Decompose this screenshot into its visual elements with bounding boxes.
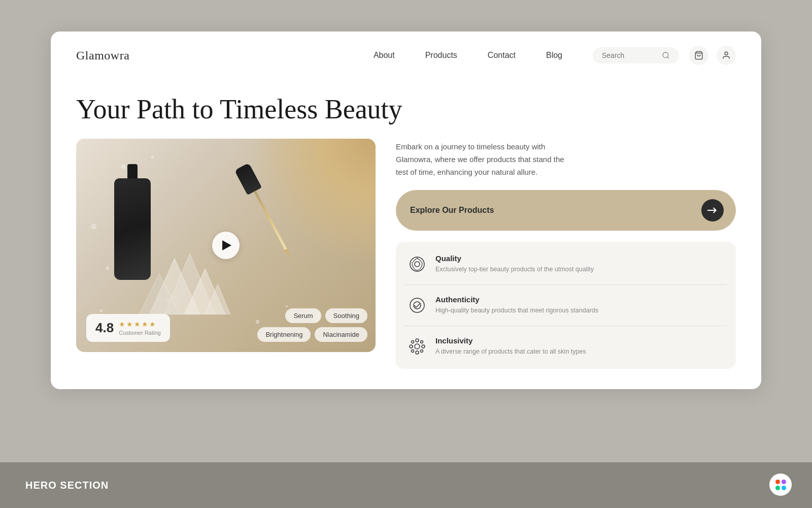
hero-description: Embark on a journey to timeless beauty w… xyxy=(396,141,568,178)
nav-link-contact[interactable]: Contact xyxy=(488,51,516,60)
user-icon xyxy=(722,51,731,60)
navbar: Glamowra About Products Contact Blog xyxy=(51,31,761,79)
nav-link-blog[interactable]: Blog xyxy=(546,51,562,60)
tag-row-1: Serum Soothing xyxy=(285,308,367,323)
svg-point-18 xyxy=(422,345,425,348)
svg-point-3 xyxy=(725,52,728,55)
stars-row: ★ ★ ★ ★ ★ xyxy=(119,320,161,329)
nav-link-about[interactable]: About xyxy=(374,51,395,60)
play-icon xyxy=(222,240,231,250)
tag-soothing[interactable]: Soothing xyxy=(325,308,367,323)
features-card: Quality Exclusively top-tier beauty prod… xyxy=(396,242,736,369)
tag-pills-group: Serum Soothing Brightnening Niacinamide xyxy=(257,308,367,342)
nav-icon-group xyxy=(689,46,736,65)
tag-brightening[interactable]: Brightnening xyxy=(257,327,311,342)
quality-title: Quality xyxy=(435,254,594,263)
quality-desc: Exclusively top-tier beauty products of … xyxy=(435,265,594,274)
bottom-bar: HERO SECTION xyxy=(0,462,812,508)
quality-icon xyxy=(407,254,427,274)
rating-label: Customer Rating xyxy=(119,330,161,336)
figma-dot-green xyxy=(775,486,780,490)
cart-button[interactable] xyxy=(689,46,708,65)
feature-authenticity: Authenticity High-quality beauty product… xyxy=(407,295,725,315)
star-5: ★ xyxy=(149,320,156,329)
figma-dot-red xyxy=(775,480,780,484)
tag-row-2: Brightnening Niacinamide xyxy=(257,327,367,342)
inclusivity-desc: A diverse range of products that cater t… xyxy=(435,347,586,357)
hero-title: Your Path to Timeless Beauty xyxy=(76,94,736,124)
arrow-icon xyxy=(701,199,724,221)
svg-point-12 xyxy=(410,298,424,312)
svg-point-22 xyxy=(421,350,423,352)
svg-point-16 xyxy=(416,351,419,354)
brand-logo: Glamowra xyxy=(76,49,129,62)
rating-number: 4.8 xyxy=(95,320,114,336)
star-2: ★ xyxy=(126,320,133,329)
inclusivity-icon xyxy=(407,336,427,357)
play-button[interactable] xyxy=(212,232,240,259)
svg-point-19 xyxy=(412,340,414,343)
svg-point-13 xyxy=(414,302,421,309)
star-4: ★ xyxy=(142,320,148,329)
divider-1 xyxy=(405,284,727,285)
bottom-bar-label: HERO SECTION xyxy=(25,480,109,491)
svg-line-1 xyxy=(667,57,669,58)
authenticity-title: Authenticity xyxy=(435,295,598,304)
svg-point-11 xyxy=(415,262,420,267)
account-button[interactable] xyxy=(717,46,736,65)
tag-serum[interactable]: Serum xyxy=(285,308,321,323)
hero-section: Your Path to Timeless Beauty xyxy=(51,79,761,389)
explore-button-label: Explore Our Products xyxy=(410,206,494,215)
svg-point-17 xyxy=(410,345,413,348)
main-card: Glamowra About Products Contact Blog xyxy=(51,31,761,389)
divider-2 xyxy=(405,326,727,326)
inclusivity-title: Inclusivity xyxy=(435,336,586,345)
cart-icon xyxy=(694,51,703,60)
rating-badge: 4.8 ★ ★ ★ ★ ★ Customer Rating xyxy=(86,314,170,342)
authenticity-icon xyxy=(407,295,427,315)
figma-dot-purple xyxy=(782,480,786,484)
page-wrapper: Glamowra About Products Contact Blog xyxy=(0,0,812,508)
search-icon xyxy=(662,51,670,59)
figma-icon[interactable] xyxy=(769,473,792,496)
video-background: 4.8 ★ ★ ★ ★ ★ Customer Rating xyxy=(76,139,376,352)
svg-point-0 xyxy=(663,52,668,58)
nav-links: About Products Contact Blog xyxy=(374,51,562,60)
svg-point-14 xyxy=(415,344,420,349)
star-1: ★ xyxy=(119,320,125,329)
explore-button[interactable]: Explore Our Products xyxy=(396,190,736,231)
hero-body: 4.8 ★ ★ ★ ★ ★ Customer Rating xyxy=(76,139,736,368)
tag-niacinamide[interactable]: Niacinamide xyxy=(315,327,367,342)
video-section: 4.8 ★ ★ ★ ★ ★ Customer Rating xyxy=(76,139,376,352)
figma-dot-blue xyxy=(782,486,786,490)
feature-inclusivity: Inclusivity A diverse range of products … xyxy=(407,336,725,357)
svg-point-21 xyxy=(412,350,414,352)
feature-quality: Quality Exclusively top-tier beauty prod… xyxy=(407,254,725,274)
svg-point-15 xyxy=(416,339,419,342)
star-3: ★ xyxy=(134,320,141,329)
authenticity-desc: High-quality beauty products that meet r… xyxy=(435,306,598,315)
search-bar xyxy=(593,47,679,64)
right-panel: Embark on a journey to timeless beauty w… xyxy=(396,139,736,368)
svg-point-20 xyxy=(421,340,423,343)
nav-link-products[interactable]: Products xyxy=(425,51,457,60)
search-input[interactable] xyxy=(602,51,658,59)
figma-dots xyxy=(775,480,786,490)
